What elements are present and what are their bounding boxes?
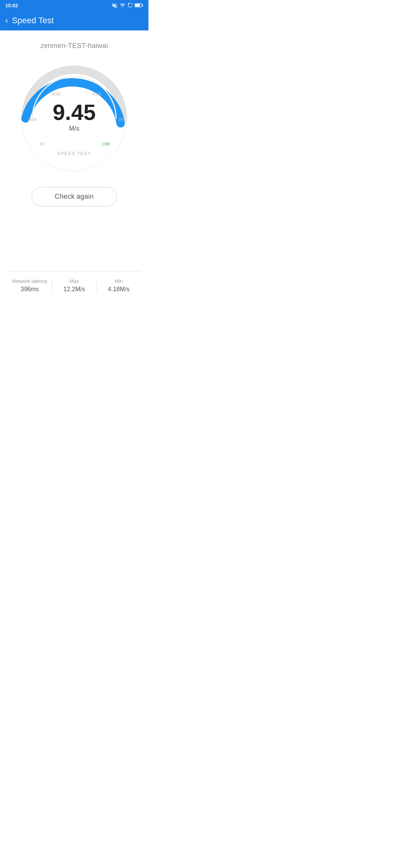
scale-300k: 300K [51, 92, 61, 96]
speed-display: 9.45 M/s [53, 101, 96, 132]
stats-footer: Network latency 396ms Max 12.2M/s Min 4.… [8, 271, 141, 300]
scale-150k: 150K [27, 117, 37, 122]
wifi-icon [119, 3, 126, 8]
check-again-button[interactable]: Check again [32, 187, 117, 206]
min-value: 4.18M/s [97, 286, 141, 293]
max-value: 12.2M/s [52, 286, 96, 293]
speed-unit: M/s [53, 125, 96, 132]
svg-rect-2 [142, 5, 143, 6]
screen-icon [127, 3, 133, 8]
stat-latency: Network latency 396ms [8, 278, 52, 293]
latency-label: Network latency [8, 278, 52, 284]
network-name: zenmen-TEST-haiwai [40, 42, 108, 50]
app-bar: ‹ Speed Test [0, 11, 148, 30]
speed-number: 9.45 [53, 101, 96, 123]
scale-0k: 0K [40, 142, 45, 146]
stat-max: Max 12.2M/s [52, 278, 97, 293]
status-icons [112, 3, 143, 8]
back-button[interactable]: ‹ [5, 16, 8, 26]
mute-icon [112, 3, 118, 8]
speed-label: SPEED TEST [57, 151, 91, 156]
speedometer: 0K 10M 150K 1M 300K 450K 9.45 M/s SPEED … [17, 61, 131, 176]
battery-icon [135, 3, 143, 8]
main-content: zenmen-TEST-haiwai [0, 30, 148, 300]
scale-450k: 450K [92, 92, 102, 96]
max-label: Max [52, 278, 96, 284]
min-label: Min [97, 278, 141, 284]
scale-1m: 1M [118, 117, 124, 122]
latency-value: 396ms [8, 286, 52, 293]
svg-rect-3 [135, 4, 140, 6]
scale-10m: 10M [102, 142, 110, 146]
status-time: 15:02 [5, 3, 18, 8]
status-bar: 15:02 [0, 0, 148, 11]
page-title: Speed Test [12, 16, 54, 26]
stat-min: Min 4.18M/s [97, 278, 141, 293]
